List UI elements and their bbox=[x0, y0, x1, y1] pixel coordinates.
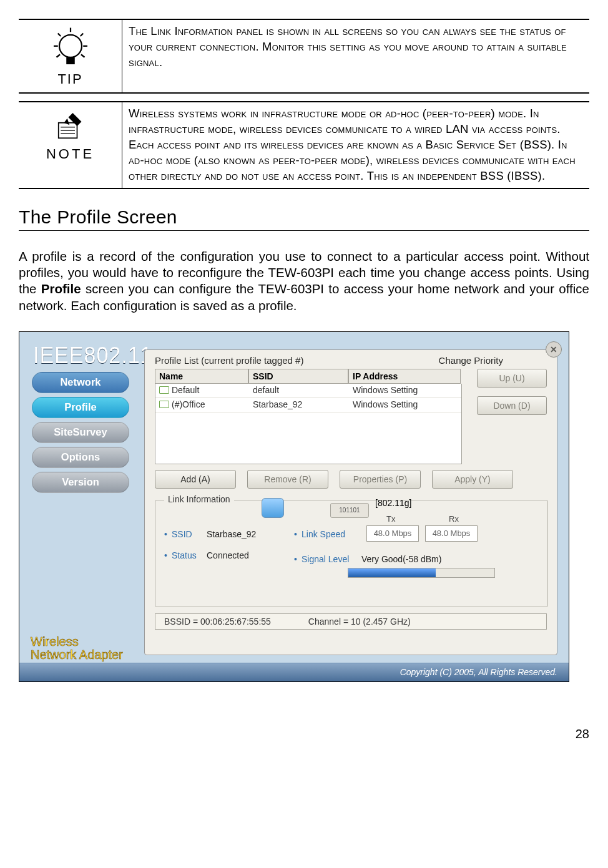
note-callout: NOTE Wireless systems work in infrastruc… bbox=[19, 101, 589, 189]
status-label: Status bbox=[172, 550, 197, 560]
note-label: NOTE bbox=[46, 146, 94, 162]
link-info-legend: Link Information bbox=[164, 494, 234, 504]
note-icon-col: NOTE bbox=[19, 102, 122, 188]
adapter-label: Wireless Network Adapter bbox=[31, 635, 123, 661]
adapter-card-icon: 101101 bbox=[330, 503, 369, 518]
bssid-channel-row: BSSID = 00:06:25:67:55:55 Channel = 10 (… bbox=[155, 613, 547, 630]
adapter-label-l2: Network Adapter bbox=[31, 648, 123, 661]
col-ip[interactable]: IP Address bbox=[348, 369, 461, 384]
section-heading: The Profile Screen bbox=[19, 207, 589, 228]
cell-ssid: Starbase_92 bbox=[249, 398, 349, 412]
table-row[interactable]: Default default Windows Setting bbox=[155, 384, 461, 398]
linkspeed-label: Link Speed bbox=[302, 529, 345, 539]
para-bold: Profile bbox=[41, 281, 81, 296]
adapter-label-l1: Wireless bbox=[31, 635, 79, 648]
page-number: 28 bbox=[19, 727, 589, 741]
note-text: Wireless systems work in infrastructure … bbox=[122, 102, 589, 188]
profile-panel: ✕ Profile List (current profile tagged #… bbox=[144, 349, 557, 655]
signal-bar-fill bbox=[348, 568, 436, 577]
ssid-label: SSID bbox=[172, 529, 192, 539]
lightbulb-icon bbox=[48, 25, 93, 70]
tip-icon-col: TIP bbox=[19, 20, 122, 92]
cell-ip: Windows Setting bbox=[349, 384, 461, 397]
cell-ip: Windows Setting bbox=[349, 398, 461, 412]
cell-ssid: default bbox=[249, 384, 349, 397]
col-name[interactable]: Name bbox=[155, 369, 248, 384]
remove-button[interactable]: Remove (R) bbox=[247, 470, 328, 489]
svg-line-6 bbox=[56, 54, 60, 57]
profile-button-row: Add (A) Remove (R) Properties (P) Apply … bbox=[155, 470, 513, 489]
close-icon[interactable]: ✕ bbox=[546, 341, 562, 358]
add-button[interactable]: Add (A) bbox=[155, 470, 236, 489]
para-part-b: screen you can configure the TEW-603PI t… bbox=[19, 281, 589, 312]
profile-list-caption: Profile List (current profile tagged #) bbox=[155, 355, 303, 366]
svg-line-3 bbox=[80, 34, 83, 37]
tx-value: 48.0 Mbps bbox=[366, 525, 419, 542]
rx-header: Rx bbox=[449, 514, 459, 524]
channel-value: Channel = 10 (2.457 GHz) bbox=[308, 617, 411, 627]
up-button[interactable]: Up (U) bbox=[477, 369, 547, 388]
section-rule bbox=[19, 230, 589, 231]
signal-label: Signal Level bbox=[302, 554, 349, 564]
link-info-fieldset: Link Information 101101 [802.11g] • SSID… bbox=[155, 500, 548, 607]
signal-bar bbox=[348, 568, 495, 578]
svg-line-2 bbox=[57, 34, 61, 37]
priority-buttons: Up (U) Down (D) bbox=[477, 369, 547, 415]
profile-icon bbox=[159, 401, 169, 408]
copyright-bar: Copyright (C) 2005, All Rights Reserved. bbox=[19, 663, 569, 681]
tx-header: Tx bbox=[386, 514, 395, 524]
tip-text: The Link Information panel is shown in a… bbox=[122, 20, 589, 92]
cell-name: Default bbox=[172, 385, 199, 395]
wireless-mode: [802.11g] bbox=[375, 498, 411, 508]
globe-icon bbox=[262, 498, 284, 518]
apply-button[interactable]: Apply (Y) bbox=[432, 470, 513, 489]
bssid-value: BSSID = 00:06:25:67:55:55 bbox=[164, 617, 271, 627]
svg-point-0 bbox=[59, 35, 82, 57]
sidebar-item-version[interactable]: Version bbox=[32, 472, 129, 493]
down-button[interactable]: Down (D) bbox=[477, 396, 547, 415]
ssid-value: Starbase_92 bbox=[207, 529, 256, 539]
status-value: Connected bbox=[207, 550, 249, 560]
rx-value: 48.0 Mbps bbox=[425, 525, 478, 542]
table-row[interactable]: (#)Office Starbase_92 Windows Setting bbox=[155, 398, 461, 412]
profile-screenshot: IEEE802.11 Network Profile SiteSurvey Op… bbox=[19, 331, 569, 682]
change-priority-label: Change Priority bbox=[439, 355, 503, 366]
app-logo: IEEE802.11 bbox=[33, 342, 152, 369]
svg-rect-8 bbox=[66, 57, 75, 64]
profile-icon bbox=[159, 386, 169, 394]
signal-value: Very Good(-58 dBm) bbox=[361, 554, 441, 564]
profile-paragraph: A profile is a record of the configurati… bbox=[19, 248, 589, 314]
sidebar-item-sitesurvey[interactable]: SiteSurvey bbox=[32, 422, 129, 443]
col-ssid[interactable]: SSID bbox=[248, 369, 348, 384]
tip-callout: TIP The Link Information panel is shown … bbox=[19, 19, 589, 94]
sidebar-item-profile[interactable]: Profile bbox=[32, 397, 129, 418]
cell-name: (#)Office bbox=[172, 399, 205, 409]
properties-button[interactable]: Properties (P) bbox=[340, 470, 421, 489]
profile-table-header: Name SSID IP Address bbox=[155, 369, 461, 384]
sidebar-item-network[interactable]: Network bbox=[32, 372, 129, 393]
sidebar: Network Profile SiteSurvey Options Versi… bbox=[32, 372, 129, 493]
pencil-note-icon bbox=[53, 107, 88, 145]
sidebar-item-options[interactable]: Options bbox=[32, 447, 129, 468]
svg-line-7 bbox=[81, 54, 84, 57]
tip-label: TIP bbox=[57, 71, 82, 87]
profile-table-body[interactable]: Default default Windows Setting (#)Offic… bbox=[155, 384, 462, 464]
